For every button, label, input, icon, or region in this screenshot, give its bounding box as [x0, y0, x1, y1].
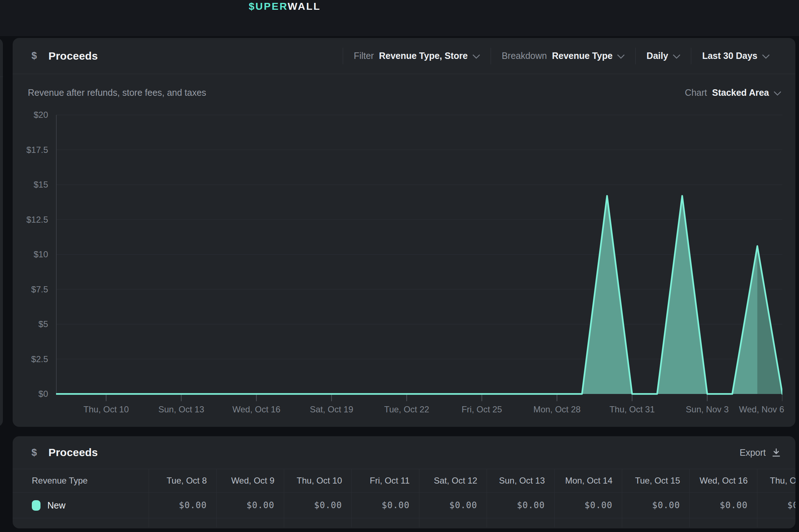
breakdown-dropdown[interactable]: Breakdown Revenue Type [502, 51, 625, 61]
y-axis-tick-label: $20 [13, 110, 48, 120]
filter-dropdown[interactable]: Filter Revenue Type, Store [354, 51, 480, 61]
column-header: Thu, Oct 10 [284, 469, 351, 492]
proceeds-chart-card: $ Proceeds Filter Revenue Type, Store Br… [13, 38, 795, 427]
x-axis-tick-label: Sat, Oct 19 [310, 404, 353, 415]
table-value-cell: $0.00 [284, 493, 351, 518]
column-header: Tue, Oct 8 [149, 469, 216, 492]
chevron-down-icon [774, 88, 781, 96]
proceeds-stacked-area-chart [56, 112, 782, 405]
logo-rest-text: WALL [288, 1, 321, 12]
x-axis-tick-label: Thu, Oct 10 [84, 404, 129, 415]
chevron-down-icon [472, 51, 480, 59]
table-value-cell: $0.00 [419, 493, 487, 518]
table-value-cell: $0.00 [149, 493, 216, 518]
table-value-cell: $0.00 [757, 493, 795, 518]
table-value-cell: $0.00 [622, 493, 689, 518]
breakdown-value: Revenue Type [552, 51, 613, 61]
column-header: Mon, Oct 14 [554, 469, 622, 492]
table-value-cell: $0.00 [689, 493, 757, 518]
y-axis-tick-label: $2.5 [13, 354, 48, 365]
table-value-cell: $0.00 [351, 493, 419, 518]
chevron-down-icon [762, 51, 770, 59]
chart-filter-bar: Filter Revenue Type, Store Breakdown Rev… [332, 38, 769, 74]
chart-type-dropdown[interactable]: Chart Stacked Area [685, 87, 781, 98]
breakdown-label: Breakdown [502, 51, 547, 61]
dollar-icon: $ [31, 50, 37, 61]
granularity-dropdown[interactable]: Daily [646, 51, 680, 61]
x-axis-tick-label: Wed, Nov 6 [739, 404, 784, 415]
proceeds-table-card: $ Proceeds Export Revenue Type Tue, Oct … [13, 436, 795, 528]
y-axis-tick-label: $12.5 [13, 214, 48, 225]
y-axis-tick-label: $7.5 [13, 284, 48, 295]
export-label: Export [740, 447, 766, 458]
export-button[interactable]: Export [740, 436, 781, 469]
column-header: Sat, Oct 12 [419, 469, 487, 492]
y-axis-tick-label: $0 [13, 389, 48, 399]
filter-separator [635, 48, 636, 64]
x-axis-tick-label: Fri, Oct 25 [462, 404, 502, 415]
chart-subtitle: Revenue after refunds, store fees, and t… [28, 87, 206, 98]
filter-label: Filter [354, 51, 374, 61]
granularity-value: Daily [646, 51, 668, 61]
filter-value: Revenue Type, Store [379, 51, 467, 61]
left-panel-divider [0, 77, 3, 77]
left-panel-sliver [0, 38, 3, 427]
date-range-value: Last 30 Days [702, 51, 757, 61]
table-row-clipped [13, 518, 795, 527]
superwall-logo[interactable]: $UPERWALL [249, 1, 321, 12]
filter-separator [691, 48, 691, 64]
x-axis-tick-label: Sun, Nov 3 [686, 404, 729, 415]
y-axis-tick-label: $17.5 [13, 145, 48, 155]
series-color-swatch [32, 500, 40, 511]
page-title: Proceeds [48, 50, 98, 62]
proceeds-card-header: $ Proceeds Filter Revenue Type, Store Br… [13, 38, 795, 74]
filter-separator [343, 48, 343, 64]
download-icon [772, 448, 781, 457]
column-header: Thu, Oct 17 [757, 469, 795, 492]
date-range-dropdown[interactable]: Last 30 Days [702, 51, 769, 61]
chevron-down-icon [673, 51, 680, 59]
table-value-cell: $0.00 [216, 493, 284, 518]
chart-type-label: Chart [685, 87, 707, 98]
column-header-revenue-type: Revenue Type [13, 469, 149, 492]
chart-type-value: Stacked Area [712, 87, 769, 98]
table-value-cell: $0.00 [487, 493, 554, 518]
x-axis-tick-label: Wed, Oct 16 [232, 404, 281, 415]
row-label-cell: New [13, 493, 149, 518]
x-axis-tick-label: Tue, Oct 22 [384, 404, 430, 415]
x-axis-tick-label: Sun, Oct 13 [158, 404, 204, 415]
column-header: Wed, Oct 16 [689, 469, 757, 492]
logo-accent-text: $UPER [249, 1, 288, 12]
y-axis-tick-label: $10 [13, 249, 48, 260]
column-header: Fri, Oct 11 [351, 469, 419, 492]
table-header-row: Revenue Type Tue, Oct 8Wed, Oct 9Thu, Oc… [13, 469, 795, 493]
filter-separator [491, 48, 491, 64]
table-value-cell: $0.00 [554, 493, 622, 518]
top-navigation-bar: $UPERWALL [0, 0, 799, 36]
table-title: Proceeds [48, 446, 98, 459]
chevron-down-icon [617, 51, 625, 59]
column-header: Wed, Oct 9 [216, 469, 284, 492]
x-axis-tick-label: Mon, Oct 28 [533, 404, 581, 415]
row-label: New [47, 500, 65, 511]
table-card-header: $ Proceeds Export [13, 436, 795, 469]
proceeds-table: Revenue Type Tue, Oct 8Wed, Oct 9Thu, Oc… [13, 469, 795, 527]
x-axis-tick-label: Thu, Oct 31 [610, 404, 655, 415]
column-header: Tue, Oct 15 [622, 469, 689, 492]
dollar-icon: $ [31, 447, 37, 458]
y-axis-tick-label: $5 [13, 319, 48, 330]
y-axis-tick-label: $15 [13, 179, 48, 190]
table-row: New $0.00$0.00$0.00$0.00$0.00$0.00$0.00$… [13, 493, 795, 518]
column-header: Sun, Oct 13 [487, 469, 554, 492]
